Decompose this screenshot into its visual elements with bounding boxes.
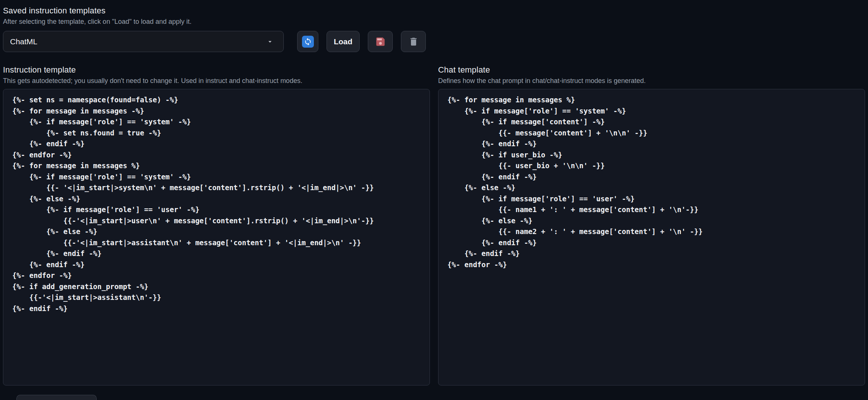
instruction-template-subtitle: This gets autodetected; you usually don'… xyxy=(3,76,430,85)
delete-button[interactable] xyxy=(401,31,426,52)
chat-template-title: Chat template xyxy=(438,64,865,75)
template-dropdown-value: ChatML xyxy=(10,37,38,46)
page-title: Saved instruction templates xyxy=(3,5,865,16)
chat-template-editor[interactable]: {%- for message in messages %} {%- if me… xyxy=(438,89,865,385)
instruction-template-editor[interactable]: {%- set ns = namespace(found=false) -%} … xyxy=(3,89,430,385)
save-icon xyxy=(375,36,386,47)
template-controls-row: ChatML Load xyxy=(3,31,865,52)
refresh-button[interactable] xyxy=(297,31,318,52)
trash-icon xyxy=(408,36,419,47)
template-columns: Instruction template This gets autodetec… xyxy=(3,64,865,385)
saved-templates-header: Saved instruction templates After select… xyxy=(3,5,865,52)
bottom-partial-element[interactable] xyxy=(16,395,97,400)
chevron-down-icon xyxy=(266,38,274,45)
instruction-template-title: Instruction template xyxy=(3,64,430,75)
refresh-icon xyxy=(302,36,314,48)
instruction-templates-page: Saved instruction templates After select… xyxy=(0,0,868,400)
save-button[interactable] xyxy=(368,31,393,52)
page-subtitle: After selecting the template, click on "… xyxy=(3,17,865,26)
chat-template-subtitle: Defines how the chat prompt in chat/chat… xyxy=(438,76,865,85)
load-button[interactable]: Load xyxy=(327,31,360,52)
chat-template-section: Chat template Defines how the chat promp… xyxy=(438,64,865,385)
instruction-template-section: Instruction template This gets autodetec… xyxy=(3,64,430,385)
template-dropdown[interactable]: ChatML xyxy=(3,31,284,52)
